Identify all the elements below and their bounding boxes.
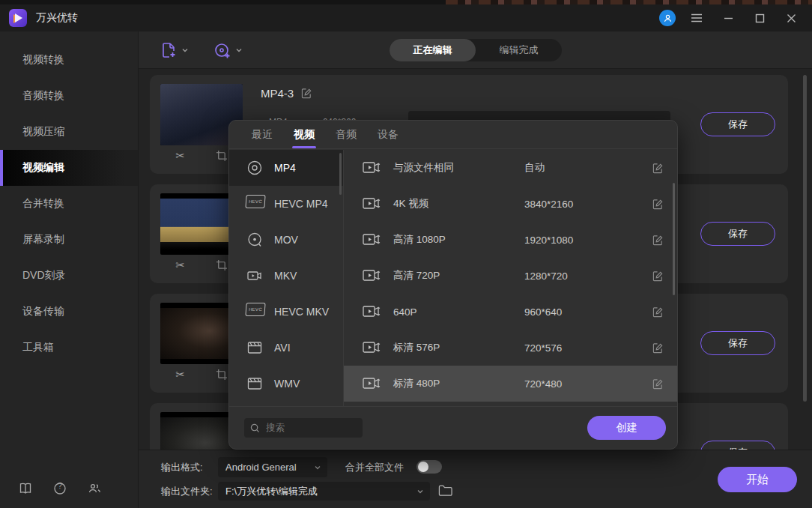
sidebar-item-dvd-burn[interactable]: DVD刻录 [0, 258, 138, 294]
hevc-badge-icon: HEVC [246, 303, 264, 321]
edit-preset-icon[interactable] [652, 306, 664, 318]
format-item-mkv[interactable]: MKV [229, 258, 343, 294]
preset-name: 高清 720P [393, 269, 524, 282]
preset-row-640p[interactable]: 640P 960*640 [344, 294, 677, 330]
menu-icon[interactable] [686, 9, 707, 27]
rename-edit-icon[interactable] [301, 88, 312, 99]
save-button[interactable]: 保存 [700, 112, 775, 136]
popup-footer: 创建 [229, 406, 677, 449]
crop-icon[interactable] [216, 259, 227, 270]
format-item-mov[interactable]: MOV [229, 222, 343, 258]
video-camera-icon [362, 268, 381, 283]
output-folder-select[interactable]: F:\万兴优转\编辑完成 [218, 482, 430, 501]
hevc-badge-icon: HEVC [246, 195, 264, 213]
chevron-down-icon [416, 488, 424, 495]
preset-value: 720*576 [524, 342, 652, 354]
sidebar-item-device-transfer[interactable]: 设备传输 [0, 294, 138, 330]
save-button[interactable]: 保存 [700, 222, 775, 246]
sidebar-item-merge-convert[interactable]: 合并转换 [0, 186, 138, 222]
video-camera-icon [362, 376, 381, 391]
help-icon[interactable]: ? [52, 481, 67, 496]
format-label: MKV [274, 270, 297, 282]
preset-row-576p[interactable]: 标清 576P 720*576 [344, 330, 677, 366]
preset-row-720p[interactable]: 高清 720P 1280*720 [344, 258, 677, 294]
format-list: MP4 HEVC HEVC MP4 MOV MKV [229, 150, 344, 406]
save-button[interactable]: 保存 [700, 331, 775, 355]
preset-list: 与源文件相同 自动 4K 视频 3840*2160 [344, 150, 677, 406]
merge-all-label: 合并全部文件 [345, 461, 404, 474]
manual-book-icon[interactable] [18, 481, 33, 496]
sidebar-item-toolbox[interactable]: 工具箱 [0, 330, 138, 366]
help-glyph: ? [52, 482, 67, 490]
sidebar-item-audio-convert[interactable]: 音频转换 [0, 78, 138, 114]
tab-edit-complete[interactable]: 编辑完成 [476, 39, 562, 61]
preset-row-480p[interactable]: 标清 480P 720*480 [344, 366, 677, 402]
format-item-hevc-mp4[interactable]: HEVC HEVC MP4 [229, 186, 343, 222]
preset-name: 标清 480P [393, 377, 524, 390]
disc-icon [246, 159, 264, 177]
trim-scissors-icon[interactable]: ✂ [176, 150, 186, 161]
crop-icon[interactable] [216, 369, 227, 380]
sidebar-item-video-edit[interactable]: 视频编辑 [0, 150, 138, 186]
output-format-value: Android General [225, 462, 314, 473]
app-logo-icon [9, 9, 27, 27]
close-icon[interactable] [781, 9, 802, 27]
search-input[interactable] [266, 423, 341, 433]
sidebar-item-screen-record[interactable]: 屏幕录制 [0, 222, 138, 258]
preset-row-same-as-source[interactable]: 与源文件相同 自动 [344, 150, 677, 186]
preset-value: 1280*720 [524, 270, 652, 282]
edit-preset-icon[interactable] [652, 270, 664, 282]
disc-dot-icon [246, 231, 264, 249]
titlebar: 万兴优转 [0, 4, 812, 31]
tab-editing[interactable]: 正在编辑 [390, 39, 476, 61]
footer-bar: 输出格式: Android General 合并全部文件 输出文件夹: F:\万… [139, 450, 812, 508]
video-camera-icon [362, 160, 381, 175]
start-button[interactable]: 开始 [718, 467, 797, 492]
search-box[interactable] [244, 418, 363, 438]
edit-preset-icon[interactable] [652, 342, 664, 354]
user-avatar-icon[interactable] [659, 10, 676, 26]
toggle-knob [418, 462, 428, 472]
popup-tab-device[interactable]: 设备 [378, 128, 399, 148]
add-dvd-button[interactable] [213, 41, 243, 59]
add-file-button[interactable] [160, 41, 189, 59]
crop-icon[interactable] [216, 150, 227, 161]
file-list-scrollbar[interactable] [803, 75, 807, 402]
trim-scissors-icon[interactable]: ✂ [176, 259, 186, 270]
edit-preset-icon[interactable] [652, 235, 664, 246]
merge-all-toggle[interactable] [416, 460, 442, 474]
file-name: MP4-3 [261, 87, 294, 100]
format-label: HEVC MP4 [274, 198, 328, 210]
format-item-wmv[interactable]: WMV [229, 366, 343, 402]
maximize-icon[interactable] [749, 9, 770, 27]
format-list-scrollbar[interactable] [339, 153, 342, 195]
popup-tab-video[interactable]: 视频 [294, 128, 315, 148]
toolbar: 正在编辑 编辑完成 [139, 31, 812, 69]
minimize-icon[interactable] [718, 9, 739, 27]
popup-tab-audio[interactable]: 音频 [336, 128, 357, 148]
edit-preset-icon[interactable] [652, 199, 664, 210]
editing-state-tabs: 正在编辑 编辑完成 [390, 39, 562, 61]
edit-preset-icon[interactable] [652, 378, 664, 390]
format-item-hevc-mkv[interactable]: HEVC HEVC MKV [229, 294, 343, 330]
sidebar-item-video-convert[interactable]: 视频转换 [0, 42, 138, 78]
sidebar: 视频转换 音频转换 视频压缩 视频编辑 合并转换 屏幕录制 DVD刻录 设备传输… [0, 31, 139, 508]
preset-name: 标清 576P [393, 341, 524, 354]
popup-tab-recent[interactable]: 最近 [252, 128, 273, 148]
sidebar-item-video-compress[interactable]: 视频压缩 [0, 114, 138, 150]
trim-scissors-icon[interactable]: ✂ [176, 369, 186, 380]
preset-row-4k[interactable]: 4K 视频 3840*2160 [344, 186, 677, 222]
create-button[interactable]: 创建 [587, 416, 666, 440]
community-icon[interactable] [87, 481, 102, 496]
edit-preset-icon[interactable] [652, 163, 664, 174]
format-item-mp4[interactable]: MP4 [229, 150, 343, 186]
preset-row-1080p[interactable]: 高清 1080P 1920*1080 [344, 222, 677, 258]
preset-list-scrollbar[interactable] [673, 183, 675, 295]
format-item-avi[interactable]: AVI [229, 330, 343, 366]
save-button[interactable]: 保存 [700, 441, 775, 450]
preset-value: 3840*2160 [524, 199, 652, 210]
output-format-select[interactable]: Android General [218, 457, 327, 477]
open-folder-icon[interactable] [438, 484, 452, 497]
preset-name: 高清 1080P [393, 233, 524, 247]
preset-name: 与源文件相同 [393, 161, 524, 175]
